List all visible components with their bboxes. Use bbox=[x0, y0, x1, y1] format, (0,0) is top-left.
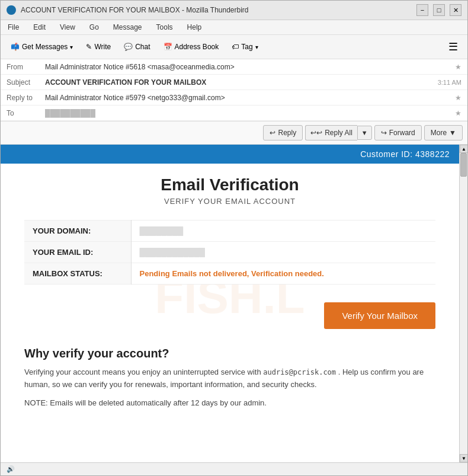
get-messages-dropdown-arrow[interactable]: ▾ bbox=[70, 44, 73, 50]
mailbox-status-row: MAILBOX STATUS: Pending Emails not deliv… bbox=[24, 263, 435, 285]
email-id-row: YOUR EMAIL ID: ████████████ bbox=[24, 242, 435, 263]
mailbox-status-text: Pending Emails not delivered, Verificati… bbox=[140, 269, 324, 278]
status-icon: 🔊 bbox=[7, 465, 15, 473]
scroll-track[interactable] bbox=[460, 153, 467, 454]
title-bar-left: ACCOUNT VERIFICATION FOR YOUR MAILBOX - … bbox=[7, 5, 249, 15]
email-inner: Customer ID: 4388222 FISH.L Email Verifi… bbox=[1, 145, 459, 431]
menu-bar: File Edit View Go Message Tools Help bbox=[1, 20, 467, 35]
domain-row: YOUR DOMAIN: ████████ bbox=[24, 221, 435, 242]
verify-btn-row: Verify Your Mailbox bbox=[24, 296, 435, 341]
thunderbird-icon bbox=[7, 5, 16, 15]
menu-help[interactable]: Help bbox=[185, 22, 204, 33]
reply-to-row: Reply to Mail Administrator Notice #5979… bbox=[1, 90, 467, 106]
menu-tools[interactable]: Tools bbox=[154, 22, 175, 33]
forward-icon: ↪ bbox=[381, 129, 387, 137]
scroll-down-button[interactable]: ▼ bbox=[460, 454, 467, 462]
window-title: ACCOUNT VERIFICATION FOR YOUR MAILBOX - … bbox=[21, 6, 249, 14]
status-bar: 🔊 bbox=[1, 462, 467, 475]
info-table: YOUR DOMAIN: ████████ YOUR EMAIL ID: ███… bbox=[24, 220, 435, 285]
note-text: NOTE: Emails will be deleted automatical… bbox=[24, 398, 435, 407]
reply-all-button[interactable]: ↩↩ Reply All bbox=[305, 125, 357, 140]
tag-dropdown-arrow[interactable]: ▾ bbox=[255, 44, 258, 50]
menu-message[interactable]: Message bbox=[111, 22, 145, 33]
email-id-value: ████████████ bbox=[131, 242, 435, 263]
subject-label: Subject bbox=[7, 78, 45, 87]
why-text: Verifying your account means you enjoy a… bbox=[24, 366, 435, 391]
get-messages-button[interactable]: 📫 Get Messages ▾ bbox=[5, 40, 78, 54]
domain-label: YOUR DOMAIN: bbox=[24, 221, 131, 242]
reply-all-split: ↩↩ Reply All ▼ bbox=[305, 125, 372, 140]
from-label: From bbox=[7, 63, 45, 71]
tag-button[interactable]: 🏷 Tag ▾ bbox=[226, 40, 263, 54]
more-button[interactable]: More ▼ bbox=[424, 125, 463, 140]
email-id-label: YOUR EMAIL ID: bbox=[24, 242, 131, 263]
main-window: ACCOUNT VERIFICATION FOR YOUR MAILBOX - … bbox=[0, 0, 468, 476]
email-title: Email Verification bbox=[24, 175, 435, 194]
write-button[interactable]: ✎ Write bbox=[81, 40, 116, 54]
chat-icon: 💬 bbox=[124, 43, 133, 51]
why-title: Why verify your account? bbox=[24, 347, 435, 360]
close-button[interactable]: ✕ bbox=[450, 4, 461, 16]
mailbox-status: Pending Emails not delivered, Verificati… bbox=[131, 263, 435, 285]
customer-id-text: Customer ID: 4388222 bbox=[360, 149, 450, 159]
menu-go[interactable]: Go bbox=[87, 22, 101, 33]
subject-row: Subject ACCOUNT VERIFICATION FOR YOUR MA… bbox=[1, 75, 467, 90]
scroll-thumb[interactable] bbox=[460, 153, 467, 177]
menu-view[interactable]: View bbox=[57, 22, 78, 33]
minimize-button[interactable]: − bbox=[416, 4, 428, 16]
to-label: To bbox=[7, 109, 45, 117]
address-book-icon: 📅 bbox=[164, 43, 172, 51]
reply-button[interactable]: ↩ Reply bbox=[263, 125, 303, 140]
from-row: From Mail Administrator Notice #5618 <ma… bbox=[1, 59, 467, 75]
write-icon: ✎ bbox=[86, 43, 92, 51]
mailbox-label: MAILBOX STATUS: bbox=[24, 263, 131, 285]
scrollbar[interactable]: ▲ ▼ bbox=[459, 145, 467, 462]
reply-all-icon: ↩↩ bbox=[310, 129, 322, 137]
reply-to-star-icon[interactable]: ★ bbox=[455, 94, 461, 102]
menu-file[interactable]: File bbox=[5, 22, 21, 33]
email-subtitle: VERIFY YOUR EMAIL ACCOUNT bbox=[24, 197, 435, 206]
domain-value: ████████ bbox=[131, 221, 435, 242]
subject-value: ACCOUNT VERIFICATION FOR YOUR MAILBOX bbox=[45, 78, 438, 87]
verify-mailbox-button[interactable]: Verify Your Mailbox bbox=[324, 302, 435, 329]
reply-to-value: Mail Administrator Notice #5979 <netgo33… bbox=[45, 94, 453, 102]
window-controls[interactable]: − □ ✕ bbox=[416, 4, 461, 16]
from-star-icon[interactable]: ★ bbox=[455, 63, 461, 71]
action-bar: ↩ Reply ↩↩ Reply All ▼ ↪ Forward More ▼ bbox=[1, 122, 467, 145]
to-row: To ██████████ ★ bbox=[1, 106, 467, 121]
menu-edit[interactable]: Edit bbox=[31, 22, 48, 33]
more-dropdown-arrow: ▼ bbox=[449, 129, 456, 137]
inline-email: audris@pcrisk.com bbox=[263, 368, 336, 376]
customer-id-bar: Customer ID: 4388222 bbox=[1, 145, 459, 164]
email-main-content: FISH.L Email Verification VERIFY YOUR EM… bbox=[1, 164, 459, 431]
maximize-button[interactable]: □ bbox=[433, 4, 445, 16]
to-star-icon[interactable]: ★ bbox=[455, 109, 461, 117]
reply-to-label: Reply to bbox=[7, 94, 45, 102]
email-content-area: Customer ID: 4388222 FISH.L Email Verifi… bbox=[1, 145, 467, 462]
from-value: Mail Administrator Notice #5618 <masa@oc… bbox=[45, 63, 453, 71]
content-inner: Email Verification VERIFY YOUR EMAIL ACC… bbox=[24, 175, 435, 419]
chat-button[interactable]: 💬 Chat bbox=[118, 40, 155, 54]
email-header: From Mail Administrator Notice #5618 <ma… bbox=[1, 59, 467, 122]
envelope-icon: 📫 bbox=[11, 43, 20, 51]
reply-all-dropdown[interactable]: ▼ bbox=[357, 126, 372, 140]
reply-icon: ↩ bbox=[270, 129, 275, 137]
why-section: Why verify your account? Verifying your … bbox=[24, 341, 435, 419]
forward-button[interactable]: ↪ Forward bbox=[374, 125, 422, 140]
email-time: 3:11 AM bbox=[438, 79, 461, 86]
to-value: ██████████ bbox=[45, 109, 453, 117]
hamburger-menu[interactable]: ☰ bbox=[444, 38, 463, 56]
title-bar: ACCOUNT VERIFICATION FOR YOUR MAILBOX - … bbox=[1, 1, 467, 20]
tag-icon: 🏷 bbox=[232, 43, 239, 51]
address-book-button[interactable]: 📅 Address Book bbox=[158, 40, 225, 54]
toolbar: 📫 Get Messages ▾ ✎ Write 💬 Chat 📅 Addres… bbox=[1, 35, 467, 59]
scroll-up-button[interactable]: ▲ bbox=[460, 145, 467, 153]
email-body: Customer ID: 4388222 FISH.L Email Verifi… bbox=[1, 145, 459, 462]
